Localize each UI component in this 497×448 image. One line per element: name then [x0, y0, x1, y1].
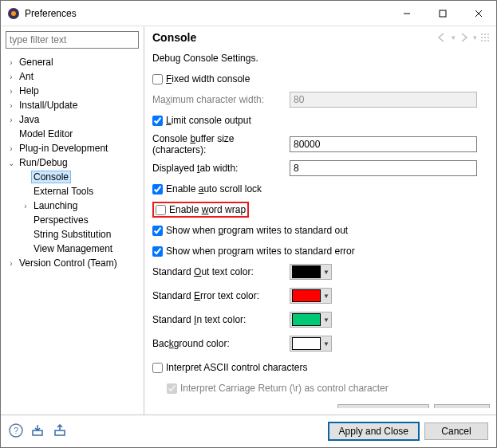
buffer-size-input[interactable]: [290, 136, 477, 152]
svg-point-13: [484, 40, 486, 41]
window-title: Preferences: [25, 8, 389, 19]
tree-item-plugin[interactable]: ›Plug-in Development: [1, 141, 144, 155]
svg-point-6: [481, 33, 483, 35]
restore-defaults-button[interactable]: Restore Defaults: [337, 404, 429, 408]
tree-item-help[interactable]: ›Help: [1, 84, 144, 98]
stdout-color-label: Standard Out text color:: [152, 266, 290, 277]
stderr-color-label: Standard Error text color:: [152, 290, 290, 301]
app-icon: [7, 7, 20, 20]
buffer-size-label: Console buffer size (characters):: [152, 133, 290, 155]
help-icon[interactable]: ?: [9, 423, 23, 440]
tree-item-java[interactable]: ›Java: [1, 112, 144, 127]
show-stdout-checkbox[interactable]: Show when program writes to standard out: [152, 225, 348, 236]
svg-point-8: [487, 33, 489, 35]
tree-item-launching[interactable]: ›Launching: [1, 198, 144, 213]
import-icon[interactable]: [31, 424, 45, 439]
svg-rect-18: [55, 430, 65, 435]
page-title: Console: [152, 31, 437, 44]
svg-point-11: [487, 37, 489, 38]
limit-output-checkbox[interactable]: Limit console output: [152, 115, 251, 126]
tree-item-stringsub[interactable]: String Substitution: [1, 227, 144, 242]
stdin-color-button[interactable]: ▼: [290, 312, 332, 328]
tree-item-ant[interactable]: ›Ant: [1, 69, 144, 84]
bg-color-button[interactable]: ▼: [290, 336, 332, 352]
svg-point-10: [484, 37, 486, 38]
svg-text:?: ?: [14, 426, 18, 435]
nav-tree: ›General ›Ant ›Help ›Install/Update ›Jav…: [1, 53, 144, 415]
menu-icon[interactable]: [480, 33, 490, 42]
fixed-width-checkbox[interactable]: Fixed width console: [152, 73, 250, 84]
tree-item-versioncontrol[interactable]: ›Version Control (Team): [1, 256, 144, 270]
minimize-button[interactable]: [389, 2, 424, 26]
tree-item-general[interactable]: ›General: [1, 55, 144, 69]
export-icon[interactable]: [53, 424, 68, 439]
tree-item-viewmgmt[interactable]: View Management: [1, 242, 144, 256]
subtitle: Debug Console Settings.: [152, 53, 258, 64]
show-stderr-checkbox[interactable]: Show when program writes to standard err…: [152, 246, 355, 257]
word-wrap-highlight: Enable word wrap: [152, 202, 249, 218]
tree-item-rundebug[interactable]: ⌄Run/Debug: [1, 155, 144, 170]
max-char-width-label: Maximum character width:: [152, 94, 290, 105]
interpret-ascii-checkbox[interactable]: Interpret ASCII control characters: [152, 362, 307, 373]
cancel-button[interactable]: Cancel: [424, 422, 488, 440]
forward-icon[interactable]: [459, 33, 470, 42]
stdout-color-button[interactable]: ▼: [290, 264, 332, 280]
close-button[interactable]: [460, 2, 496, 26]
tree-item-perspectives[interactable]: Perspectives: [1, 213, 144, 227]
maximize-button[interactable]: [424, 2, 460, 26]
apply-button[interactable]: Apply: [434, 404, 490, 408]
svg-point-1: [11, 11, 16, 16]
apply-and-close-button[interactable]: Apply and Close: [328, 422, 420, 441]
back-icon[interactable]: [437, 33, 448, 42]
max-char-width-input: [290, 92, 477, 108]
svg-rect-3: [440, 10, 446, 17]
tree-item-externaltools[interactable]: External Tools: [1, 184, 144, 198]
fixed-width-label: ixed width console: [172, 73, 250, 84]
tree-item-install[interactable]: ›Install/Update: [1, 98, 144, 112]
stderr-color-button[interactable]: ▼: [290, 288, 332, 304]
svg-point-9: [481, 37, 483, 38]
tab-width-input[interactable]: [290, 160, 477, 176]
auto-scroll-checkbox[interactable]: Enable auto scroll lock: [152, 183, 262, 195]
tree-item-console[interactable]: Console: [1, 170, 144, 184]
svg-point-14: [487, 40, 489, 41]
word-wrap-checkbox[interactable]: Enable word wrap: [156, 204, 246, 215]
stdin-color-label: Standard In text color:: [152, 314, 290, 325]
svg-point-7: [484, 33, 486, 35]
interpret-cr-checkbox: Interpret Carriage Return (\r) as contro…: [167, 383, 389, 394]
bg-color-label: Background color:: [152, 338, 290, 349]
svg-point-12: [481, 40, 483, 41]
titlebar: Preferences: [1, 1, 496, 26]
tab-width-label: Displayed tab width:: [152, 163, 290, 174]
tree-item-model[interactable]: Model Editor: [1, 127, 144, 141]
filter-input[interactable]: [6, 31, 139, 49]
